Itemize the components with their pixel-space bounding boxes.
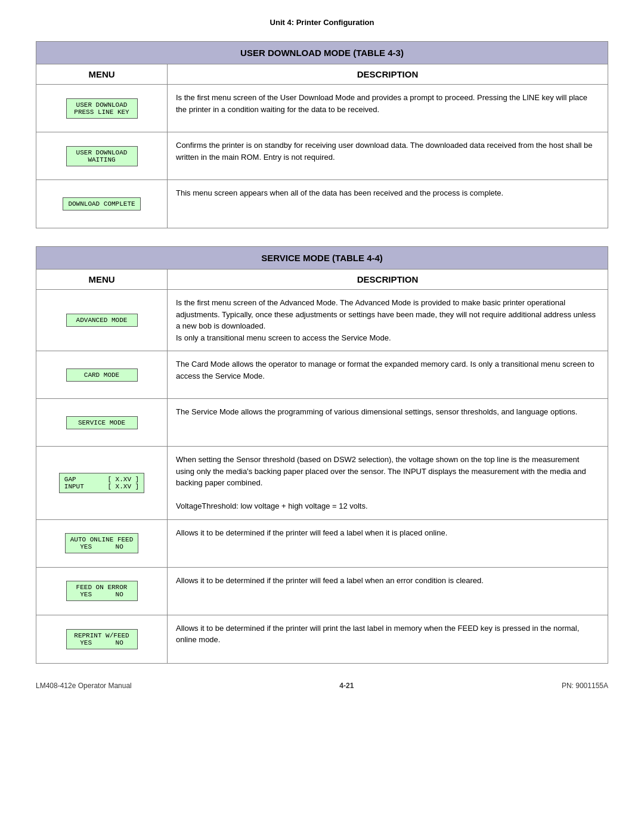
table2-menu-header: MENU	[36, 270, 168, 289]
table2-desc-header: DESCRIPTION	[168, 270, 608, 289]
table-service-mode: SERVICE MODE (TABLE 4-4) MENU DESCRIPTIO…	[36, 246, 608, 664]
lcd-card-mode: CARD MODE	[66, 368, 138, 382]
table-row: GAP [ X.XV ] INPUT [ X.XV ] When setting…	[36, 447, 608, 520]
menu-cell-reprint-wfeed: REPRINT W/FEED YES NO	[36, 615, 168, 663]
footer-left: LM408-412e Operator Manual	[36, 682, 132, 690]
table-row: ADVANCED MODE Is the first menu screen o…	[36, 290, 608, 351]
lcd-service-mode: SERVICE MODE	[66, 416, 138, 429]
lcd-advanced-mode: ADVANCED MODE	[66, 314, 138, 327]
menu-cell-user-download-press: USER DOWNLOAD PRESS LINE KEY	[36, 85, 168, 132]
desc-cell-user-download-waiting: Confirms the printer is on standby for r…	[168, 132, 608, 179]
table1-menu-header: MENU	[36, 64, 168, 84]
footer-right: PN: 9001155A	[562, 682, 608, 690]
page-header: Unit 4: Printer Configuration	[36, 18, 608, 27]
menu-cell-card-mode: CARD MODE	[36, 351, 168, 398]
lcd-reprint-wfeed: REPRINT W/FEED YES NO	[66, 629, 138, 649]
table1-title: USER DOWNLOAD MODE (TABLE 4-3)	[36, 42, 608, 64]
lcd-auto-online-feed: AUTO ONLINE FEED YES NO	[65, 533, 139, 553]
lcd-user-download-press: USER DOWNLOAD PRESS LINE KEY	[66, 98, 138, 119]
table1-desc-header: DESCRIPTION	[168, 64, 608, 84]
menu-cell-user-download-waiting: USER DOWNLOAD WAITING	[36, 132, 168, 179]
page-footer: LM408-412e Operator Manual 4-21 PN: 9001…	[36, 682, 608, 690]
lcd-user-download-waiting: USER DOWNLOAD WAITING	[66, 146, 138, 166]
menu-cell-advanced-mode: ADVANCED MODE	[36, 290, 168, 351]
lcd-gap-input: GAP [ X.XV ] INPUT [ X.XV ]	[59, 473, 144, 493]
table-row: CARD MODE The Card Mode allows the opera…	[36, 351, 608, 399]
table-row: USER DOWNLOAD PRESS LINE KEY Is the firs…	[36, 85, 608, 132]
header-text: Unit 4: Printer Configuration	[270, 18, 374, 27]
menu-cell-gap-input: GAP [ X.XV ] INPUT [ X.XV ]	[36, 447, 168, 519]
table-row: FEED ON ERROR YES NO Allows it to be det…	[36, 568, 608, 615]
table-row: REPRINT W/FEED YES NO Allows it to be de…	[36, 615, 608, 663]
desc-cell-user-download-press: Is the first menu screen of the User Dow…	[168, 85, 608, 132]
lcd-download-complete: DOWNLOAD COMPLETE	[63, 197, 140, 210]
menu-cell-auto-online-feed: AUTO ONLINE FEED YES NO	[36, 520, 168, 567]
desc-cell-feed-on-error: Allows it to be determined if the printe…	[168, 568, 608, 615]
menu-cell-feed-on-error: FEED ON ERROR YES NO	[36, 568, 168, 615]
table2-title: SERVICE MODE (TABLE 4-4)	[36, 247, 608, 270]
menu-cell-service-mode: SERVICE MODE	[36, 399, 168, 446]
desc-cell-auto-online-feed: Allows it to be determined if the printe…	[168, 520, 608, 567]
table-row: AUTO ONLINE FEED YES NO Allows it to be …	[36, 520, 608, 568]
table-row: DOWNLOAD COMPLETE This menu screen appea…	[36, 180, 608, 228]
desc-cell-download-complete: This menu screen appears when all of the…	[168, 180, 608, 228]
desc-cell-card-mode: The Card Mode allows the operator to man…	[168, 351, 608, 398]
desc-cell-gap-input: When setting the Sensor threshold (based…	[168, 447, 608, 519]
table1-header-row: MENU DESCRIPTION	[36, 64, 608, 85]
desc-cell-reprint-wfeed: Allows it to be determined if the printe…	[168, 615, 608, 663]
menu-cell-download-complete: DOWNLOAD COMPLETE	[36, 180, 168, 228]
table-row: USER DOWNLOAD WAITING Confirms the print…	[36, 132, 608, 180]
table2-header-row: MENU DESCRIPTION	[36, 270, 608, 290]
desc-cell-service-mode: The Service Mode allows the programming …	[168, 399, 608, 446]
table-user-download: USER DOWNLOAD MODE (TABLE 4-3) MENU DESC…	[36, 41, 608, 228]
table-row: SERVICE MODE The Service Mode allows the…	[36, 399, 608, 447]
footer-center: 4-21	[132, 682, 562, 690]
desc-cell-advanced-mode: Is the first menu screen of the Advanced…	[168, 290, 608, 351]
lcd-feed-on-error: FEED ON ERROR YES NO	[66, 581, 138, 601]
